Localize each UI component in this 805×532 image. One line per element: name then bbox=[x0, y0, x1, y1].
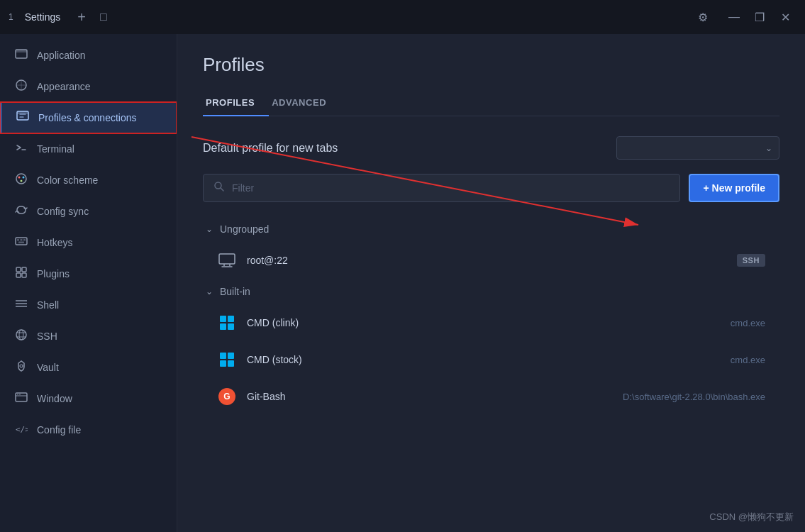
sidebar-item-color-scheme[interactable]: Color scheme bbox=[0, 165, 177, 196]
svg-rect-16 bbox=[22, 267, 26, 272]
add-tab-button[interactable]: + bbox=[77, 9, 86, 26]
svg-rect-1 bbox=[16, 50, 27, 52]
tab-number: 1 bbox=[9, 12, 13, 22]
titlebar: 1 Settings + □ ⚙ — ❒ ✕ bbox=[0, 0, 805, 34]
profile-item-cmd-clink[interactable]: CMD (clink) cmd.exe bbox=[203, 304, 779, 341]
sidebar: Application Appearance Profiles & conne bbox=[0, 34, 177, 532]
gear-button[interactable]: ⚙ bbox=[692, 6, 714, 28]
svg-point-22 bbox=[16, 330, 26, 340]
ssh-icon bbox=[14, 328, 28, 344]
config-file-icon: </> bbox=[14, 422, 28, 438]
shell-icon bbox=[14, 297, 28, 313]
close-button[interactable]: ✕ bbox=[774, 6, 796, 28]
group-builtin: ⌄ Built-in CMD (clink) cmd.exe bbox=[203, 279, 779, 415]
svg-point-7 bbox=[18, 177, 21, 179]
profile-item-cmd-stock[interactable]: CMD (stock) cmd.exe bbox=[203, 341, 779, 378]
svg-rect-14 bbox=[18, 242, 24, 244]
profile-item-git-bash[interactable]: G Git-Bash D:\software\git-2.28.0\bin\ba… bbox=[203, 378, 779, 415]
group-builtin-label: Built-in bbox=[220, 286, 250, 297]
config-sync-icon bbox=[14, 204, 28, 219]
profile-cmd-git-bash: D:\software\git-2.28.0\bin\bash.exe bbox=[623, 392, 765, 402]
sidebar-item-ssh[interactable]: SSH bbox=[0, 321, 177, 352]
sidebar-item-hotkeys[interactable]: Hotkeys bbox=[0, 227, 177, 258]
profile-icon-windows-stock bbox=[217, 350, 237, 370]
application-icon bbox=[14, 48, 28, 63]
group-ungrouped: ⌄ Ungrouped root@:22 SSH bbox=[203, 216, 779, 279]
new-profile-button[interactable]: + New profile bbox=[689, 174, 779, 202]
page-title: Profiles bbox=[203, 54, 779, 76]
sidebar-item-hotkeys-label: Hotkeys bbox=[37, 237, 73, 248]
svg-point-23 bbox=[19, 330, 23, 340]
svg-point-29 bbox=[17, 394, 18, 395]
svg-point-26 bbox=[20, 365, 23, 367]
profile-name-cmd-stock: CMD (stock) bbox=[247, 354, 725, 365]
vault-icon bbox=[14, 360, 28, 375]
sidebar-item-profiles-connections[interactable]: Profiles & connections bbox=[0, 102, 177, 133]
sidebar-item-terminal[interactable]: Terminal bbox=[0, 133, 177, 165]
sidebar-item-appearance-label: Appearance bbox=[37, 81, 91, 92]
profile-badge-ssh: SSH bbox=[737, 254, 765, 267]
sidebar-item-plugins-label: Plugins bbox=[37, 268, 70, 279]
svg-point-9 bbox=[21, 180, 23, 182]
sidebar-item-profiles-label: Profiles & connections bbox=[38, 112, 137, 123]
default-profile-row: Default profile for new tabs ⌄ bbox=[203, 136, 779, 160]
svg-point-30 bbox=[19, 394, 21, 395]
appearance-icon bbox=[14, 79, 28, 94]
minimize-button[interactable]: — bbox=[723, 6, 745, 28]
sidebar-item-vault[interactable]: Vault bbox=[0, 352, 177, 383]
svg-rect-11 bbox=[17, 239, 19, 241]
sidebar-item-config-sync[interactable]: Config sync bbox=[0, 196, 177, 227]
sidebar-item-terminal-label: Terminal bbox=[37, 143, 74, 155]
filter-input-wrapper bbox=[203, 174, 680, 202]
tab-advanced[interactable]: ADVANCED bbox=[269, 90, 340, 116]
sidebar-item-config-file[interactable]: </> Config file bbox=[0, 414, 177, 445]
profiles-icon bbox=[16, 110, 30, 126]
sidebar-item-plugins[interactable]: Plugins bbox=[0, 258, 177, 289]
profile-item-root22[interactable]: root@:22 SSH bbox=[203, 242, 779, 279]
svg-rect-17 bbox=[16, 273, 21, 277]
sidebar-item-config-file-label: Config file bbox=[37, 424, 81, 436]
sidebar-item-color-scheme-label: Color scheme bbox=[37, 174, 98, 186]
svg-rect-12 bbox=[21, 239, 23, 241]
default-profile-label: Default profile for new tabs bbox=[203, 142, 338, 155]
ungrouped-chevron-icon: ⌄ bbox=[206, 224, 213, 234]
group-builtin-header[interactable]: ⌄ Built-in bbox=[203, 279, 779, 304]
window-icon bbox=[14, 391, 28, 406]
sidebar-item-appearance[interactable]: Appearance bbox=[0, 71, 177, 102]
profile-name-cmd-clink: CMD (clink) bbox=[247, 317, 725, 328]
sidebar-item-window[interactable]: Window bbox=[0, 383, 177, 414]
tabs-icon[interactable]: □ bbox=[100, 11, 107, 23]
builtin-chevron-icon: ⌄ bbox=[206, 287, 213, 297]
tab-bar: PROFILES ADVANCED bbox=[203, 90, 779, 116]
sidebar-item-window-label: Window bbox=[37, 393, 72, 404]
svg-text:</>: </> bbox=[16, 425, 28, 434]
sidebar-item-application-label: Application bbox=[37, 50, 86, 61]
restore-button[interactable]: ❒ bbox=[748, 6, 771, 28]
tab-profiles[interactable]: PROFILES bbox=[203, 90, 269, 116]
default-profile-select[interactable] bbox=[616, 136, 779, 160]
profile-name-root22: root@:22 bbox=[247, 255, 737, 266]
svg-rect-13 bbox=[23, 239, 26, 241]
svg-rect-34 bbox=[219, 254, 235, 264]
search-icon bbox=[213, 181, 225, 195]
sidebar-item-shell[interactable]: Shell bbox=[0, 289, 177, 321]
profile-icon-windows-clink bbox=[217, 313, 237, 333]
svg-line-33 bbox=[221, 188, 223, 191]
sidebar-item-vault-label: Vault bbox=[37, 362, 59, 373]
profile-icon-monitor bbox=[217, 250, 237, 270]
svg-point-6 bbox=[16, 174, 26, 184]
filter-input[interactable] bbox=[232, 182, 670, 194]
color-scheme-icon bbox=[14, 172, 28, 188]
filter-row: + New profile bbox=[203, 174, 779, 202]
sidebar-item-application[interactable]: Application bbox=[0, 40, 177, 71]
profile-cmd-clink: cmd.exe bbox=[731, 318, 765, 328]
profile-cmd-stock: cmd.exe bbox=[731, 355, 765, 365]
default-profile-select-wrapper: ⌄ bbox=[616, 136, 779, 160]
plugins-icon bbox=[14, 266, 28, 282]
profile-icon-git: G bbox=[217, 387, 237, 406]
group-ungrouped-header[interactable]: ⌄ Ungrouped bbox=[203, 216, 779, 242]
group-ungrouped-label: Ungrouped bbox=[220, 223, 269, 235]
profile-name-git-bash: Git-Bash bbox=[247, 391, 617, 402]
svg-point-8 bbox=[23, 177, 25, 179]
terminal-icon bbox=[14, 141, 28, 157]
